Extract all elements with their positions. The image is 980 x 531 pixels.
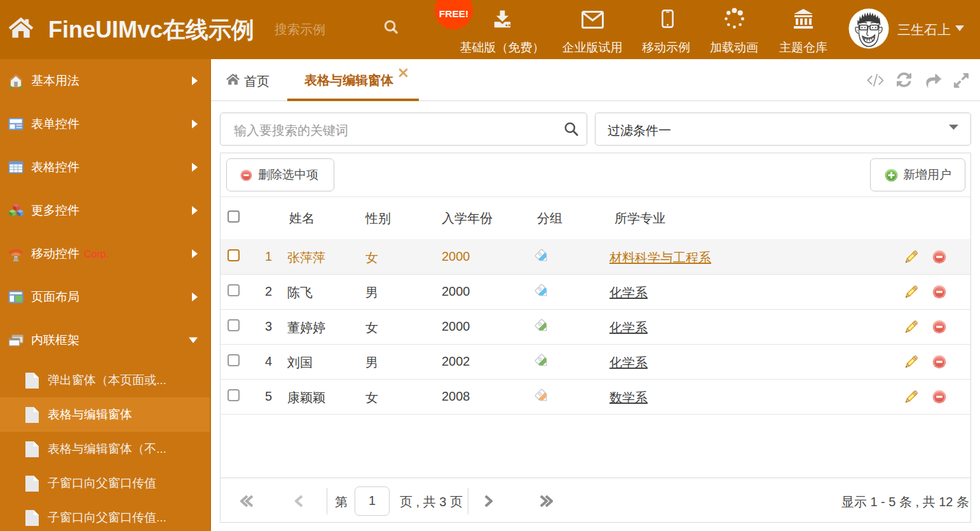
svg-text:FREE!: FREE! [439, 8, 469, 19]
